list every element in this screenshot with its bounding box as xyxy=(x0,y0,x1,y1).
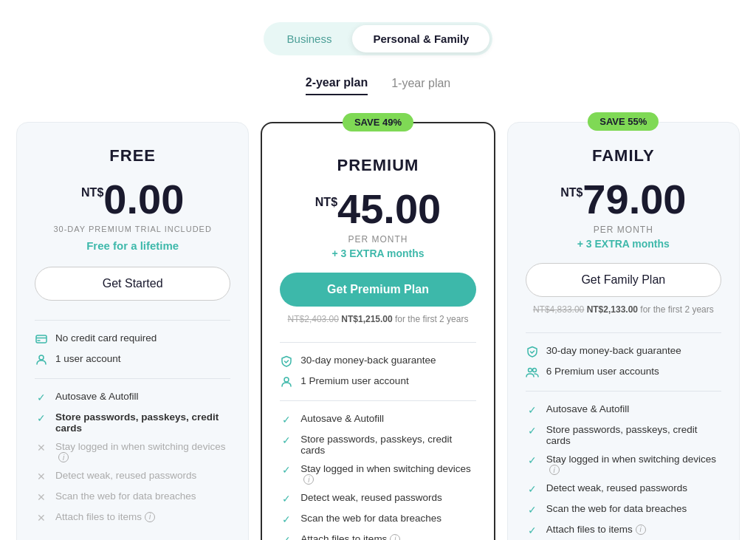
business-toggle-btn[interactable]: Business xyxy=(267,25,353,52)
free-currency: NT$ xyxy=(81,186,103,199)
pcheck-icon-4: ✓ xyxy=(280,513,293,526)
family-feature-1: ✓ Store passwords, passkeys, credit card… xyxy=(526,424,721,446)
premium-divider xyxy=(280,342,475,343)
premium-feature-shield-text: 30-day money-back guarantee xyxy=(300,355,436,366)
pcheck-icon-3: ✓ xyxy=(280,492,293,505)
shield-icon-premium xyxy=(280,355,293,368)
pricing-cards: FREE NT$0.00 30-DAY PREMIUM TRIAL INCLUD… xyxy=(16,122,740,540)
free-lifetime-text: Free for a lifetime xyxy=(35,239,230,252)
pcheck-icon-2: ✓ xyxy=(280,463,293,476)
family-divider xyxy=(526,332,721,333)
family-feature-shield-text: 30-day money-back guarantee xyxy=(546,345,681,356)
shield-icon-family xyxy=(526,345,539,358)
pcheck-icon-0: ✓ xyxy=(280,413,293,426)
premium-original-price: NT$2,403.00 xyxy=(288,314,339,324)
family-feature-2: ✓ Stay logged in when switching devicesi xyxy=(526,454,721,475)
fcheck-icon-0: ✓ xyxy=(526,403,539,417)
free-feature-3: ✕ Detect weak, reused passwords xyxy=(35,470,230,483)
svg-rect-0 xyxy=(36,335,47,343)
free-feature-no-cc: No credit card required xyxy=(35,332,230,346)
premium-period: PER MONTH xyxy=(280,234,475,245)
two-year-tab[interactable]: 2-year plan xyxy=(306,76,368,95)
premium-feature-0: ✓ Autosave & Autofill xyxy=(280,413,475,426)
free-feature-5-text: Attach files to itemsi xyxy=(55,511,155,522)
premium-feature-user: 1 Premium user account xyxy=(280,375,475,389)
premium-divider2 xyxy=(280,400,475,401)
fcheck-icon-3: ✓ xyxy=(526,482,539,496)
family-current-price: NT$2,133.00 xyxy=(587,304,638,315)
family-original-price: NT$4,833.00 xyxy=(533,304,584,315)
premium-price-note: for the first 2 years xyxy=(395,314,468,324)
finfo-icon-5[interactable]: i xyxy=(636,524,646,535)
check-icon-1: ✓ xyxy=(35,411,48,425)
info-icon-5[interactable]: i xyxy=(145,512,155,522)
family-pricing-note: NT$4,833.00 NT$2,133.00 for the first 2 … xyxy=(526,304,721,315)
premium-save-badge: SAVE 49% xyxy=(343,113,413,131)
premium-price-container: NT$45.00 xyxy=(280,188,475,230)
premium-cta-button[interactable]: Get Premium Plan xyxy=(280,273,475,307)
premium-feature-2: ✓ Stay logged in when switching devicesi xyxy=(280,463,475,485)
user-icon xyxy=(35,353,48,366)
premium-feature-1-text: Store passwords, passkeys, credit cards xyxy=(300,434,475,456)
x-icon-2: ✕ xyxy=(35,441,48,454)
premium-feature-user-text: 1 Premium user account xyxy=(300,375,408,386)
family-divider2 xyxy=(526,391,721,392)
premium-card: SAVE 49% PREMIUM NT$45.00 PER MONTH + 3 … xyxy=(261,122,495,540)
family-feature-users-text: 6 Premium user accounts xyxy=(546,366,659,377)
premium-pricing-note: NT$2,403.00 NT$1,215.00 for the first 2 … xyxy=(280,314,475,324)
free-feature-4: ✕ Scan the web for data breaches xyxy=(35,491,230,504)
family-feature-0-text: Autosave & Autofill xyxy=(546,403,630,414)
check-icon-0: ✓ xyxy=(35,391,48,404)
family-card: SAVE 55% FAMILY NT$79.00 PER MONTH + 3 E… xyxy=(507,122,740,540)
free-feature-1: ✓ Store passwords, passkeys, credit card… xyxy=(35,411,230,434)
info-icon-2[interactable]: i xyxy=(58,452,69,462)
x-icon-3: ✕ xyxy=(35,470,48,483)
family-feature-3-text: Detect weak, reused passwords xyxy=(546,482,687,493)
svg-point-3 xyxy=(39,355,44,360)
free-feature-1-text: Store passwords, passkeys, credit cards xyxy=(55,411,230,434)
family-feature-users: 6 Premium user accounts xyxy=(526,366,721,379)
pinfo-icon-2[interactable]: i xyxy=(303,474,314,485)
free-card: FREE NT$0.00 30-DAY PREMIUM TRIAL INCLUD… xyxy=(16,122,249,540)
premium-feature-shield: 30-day money-back guarantee xyxy=(280,355,475,368)
premium-currency: NT$ xyxy=(315,196,337,209)
free-feature-user-text: 1 user account xyxy=(55,353,121,364)
free-feature-user: 1 user account xyxy=(35,353,230,366)
free-feature-2-text: Stay logged in when switching devicesi xyxy=(55,441,230,462)
premium-feature-5: ✓ Attach files to itemsi xyxy=(280,533,475,540)
x-icon-5: ✕ xyxy=(35,511,48,524)
no-credit-card-icon xyxy=(35,332,48,346)
pcheck-icon-1: ✓ xyxy=(280,434,293,447)
free-price-container: NT$0.00 xyxy=(35,179,230,220)
fcheck-icon-1: ✓ xyxy=(526,424,539,437)
pinfo-icon-5[interactable]: i xyxy=(390,534,400,541)
family-period: PER MONTH xyxy=(526,225,721,235)
finfo-icon-2[interactable]: i xyxy=(549,465,560,475)
family-cta-button[interactable]: Get Family Plan xyxy=(526,263,721,297)
users-icon-family xyxy=(526,366,539,379)
premium-feature-3: ✓ Detect weak, reused passwords xyxy=(280,492,475,505)
personal-toggle-btn[interactable]: Personal & Family xyxy=(352,25,489,52)
svg-point-4 xyxy=(284,377,289,382)
one-year-tab[interactable]: 1-year plan xyxy=(391,76,450,95)
family-feature-5: ✓ Attach files to itemsi xyxy=(526,524,721,537)
free-cta-button[interactable]: Get Started xyxy=(35,267,230,301)
family-price-container: NT$79.00 xyxy=(526,179,721,220)
free-feature-4-text: Scan the web for data breaches xyxy=(55,491,196,502)
premium-feature-1: ✓ Store passwords, passkeys, credit card… xyxy=(280,434,475,456)
family-price-note: for the first 2 years xyxy=(640,304,713,315)
free-feature-0-text: Autosave & Autofill xyxy=(55,391,139,402)
free-divider2 xyxy=(35,378,230,379)
free-card-title: FREE xyxy=(35,146,230,165)
premium-card-title: PREMIUM xyxy=(280,156,475,175)
family-currency: NT$ xyxy=(560,186,583,199)
free-divider xyxy=(35,320,230,321)
fcheck-icon-4: ✓ xyxy=(526,503,539,516)
free-feature-5: ✕ Attach files to itemsi xyxy=(35,511,230,524)
family-feature-2-text: Stay logged in when switching devicesi xyxy=(546,454,721,475)
free-trial-text: 30-DAY PREMIUM TRIAL INCLUDED xyxy=(35,225,230,233)
premium-feature-3-text: Detect weak, reused passwords xyxy=(300,492,441,503)
family-amount: 79.00 xyxy=(583,176,686,222)
premium-feature-4: ✓ Scan the web for data breaches xyxy=(280,513,475,526)
plan-type-toggle: Business Personal & Family xyxy=(264,22,493,55)
